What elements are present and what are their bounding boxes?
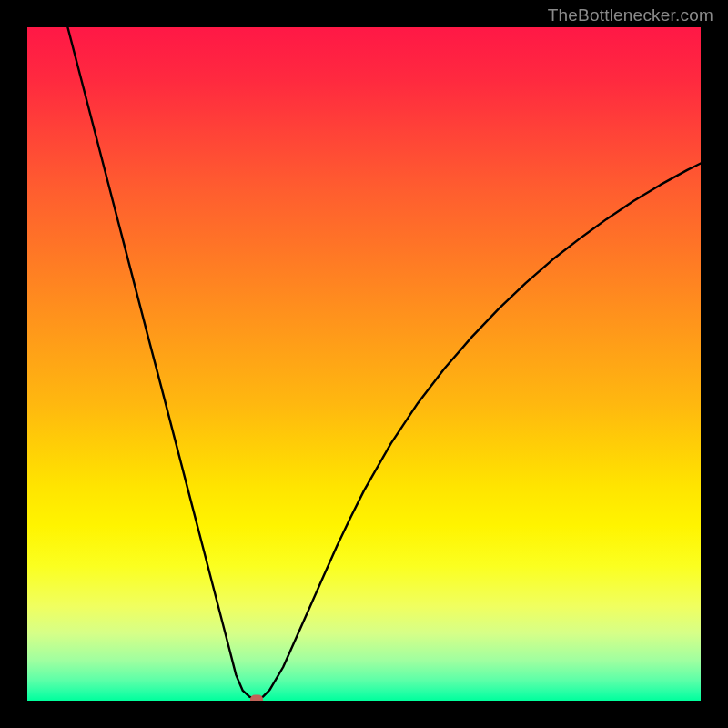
chart-frame: TheBottlenecker.com xyxy=(0,0,728,728)
bottleneck-curve xyxy=(27,27,701,701)
plot-area xyxy=(27,27,701,701)
optimal-point-marker xyxy=(250,694,263,701)
credit-label: TheBottlenecker.com xyxy=(548,5,713,25)
